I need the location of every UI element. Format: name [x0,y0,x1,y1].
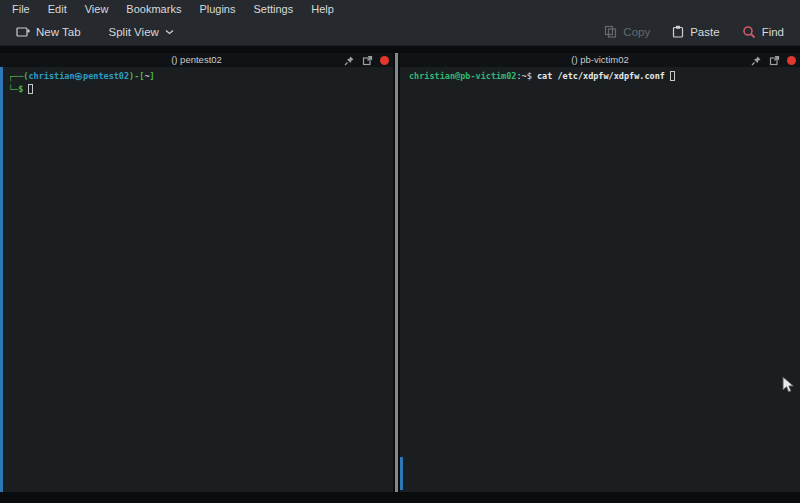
pane-header-left[interactable]: () pentest02 [0,53,393,67]
terminal-pane-right: () pb-victim02 [400,53,800,492]
chevron-down-icon [165,29,174,35]
pin-split-button[interactable] [344,55,355,66]
menu-file[interactable]: File [3,0,39,18]
find-button[interactable]: Find [736,22,790,42]
detach-split-button[interactable] [362,55,373,66]
menu-view[interactable]: View [76,0,118,18]
detach-split-button-right[interactable] [769,55,780,66]
text-cursor [28,84,33,94]
prompt-frame-open: ┌──( [8,71,28,81]
menu-settings[interactable]: Settings [244,0,302,18]
konsole-window: File Edit View Bookmarks Plugins Setting… [0,0,800,503]
paste-button[interactable]: Paste [666,22,725,41]
pane-title-left: () pentest02 [0,53,393,67]
prompt-frame-mid: )-[ [129,71,144,81]
pin-split-button-right[interactable] [751,55,762,66]
toolbar-right-group: Copy Paste Find [598,22,790,42]
paste-icon [672,25,684,38]
split-divider[interactable] [393,53,400,492]
pane-header-left-icons [344,53,389,67]
new-tab-icon [16,26,30,38]
prompt-line-1: ┌──(christian㉿pentest02)-[~] [8,70,389,83]
terminal-left[interactable]: ┌──(christian㉿pentest02)-[~] └─$ [0,67,393,492]
prompt-frame-close: ] [150,71,155,81]
menu-bookmarks[interactable]: Bookmarks [117,0,190,18]
copy-button[interactable]: Copy [598,22,656,41]
new-tab-button[interactable]: New Tab [10,23,87,41]
split-workspace: () pentest02 [0,47,800,503]
close-split-button-right[interactable] [787,56,796,65]
prompt-user-host-right: christian@pb-victim02 [409,71,516,81]
menu-help[interactable]: Help [302,0,343,18]
toolbar: New Tab Split View Copy [0,18,800,46]
typed-command: cat /etc/xdpfw/xdpfw.conf [537,71,670,81]
split-view-label: Split View [109,26,159,38]
pane-header-right-icons [751,53,796,67]
text-cursor-right [670,71,675,81]
prompt-dollar: └─$ [8,84,28,94]
new-tab-label: New Tab [36,26,81,38]
close-split-button-left[interactable] [380,56,389,65]
pane-header-right[interactable]: () pb-victim02 [400,53,800,67]
prompt-line-2: └─$ [8,83,389,96]
split-view-button[interactable]: Split View [103,23,180,41]
copy-icon [604,25,617,38]
find-label: Find [762,26,784,38]
find-icon [742,25,756,39]
pane-title-right: () pb-victim02 [400,53,800,67]
copy-label: Copy [623,26,650,38]
scrollbar-left-pane[interactable] [0,67,3,492]
prompt-suffix-right: :~$ [516,71,536,81]
menubar: File Edit View Bookmarks Plugins Setting… [0,0,800,18]
paste-label: Paste [690,26,719,38]
terminal-right[interactable]: christian@pb-victim02:~$ cat /etc/xdpfw/… [400,67,800,492]
prompt-user-host: christian㉿pentest02 [28,71,129,81]
scrollbar-right-pane[interactable] [400,457,403,490]
menu-edit[interactable]: Edit [39,0,76,18]
terminal-pane-left: () pentest02 [0,53,393,492]
command-line: christian@pb-victim02:~$ cat /etc/xdpfw/… [409,70,796,83]
menu-plugins[interactable]: Plugins [190,0,244,18]
split-divider-handle [395,53,398,492]
